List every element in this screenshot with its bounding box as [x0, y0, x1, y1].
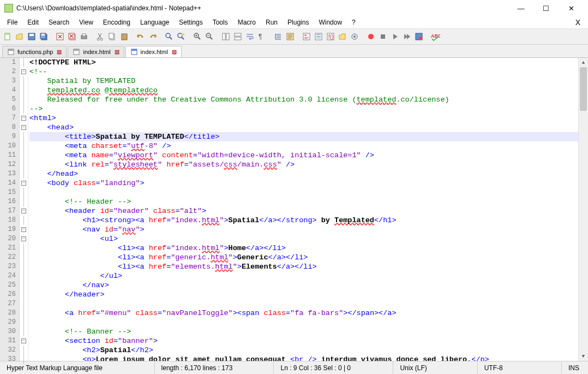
code-line[interactable]: <!DOCTYPE HTML> [29, 58, 578, 67]
code-line[interactable] [29, 188, 578, 197]
menu-language[interactable]: Language [135, 17, 174, 27]
code-line[interactable]: --> [29, 104, 578, 114]
zoom-in-button[interactable] [192, 31, 203, 42]
code-line[interactable]: <meta name="viewport" content="width=dev… [29, 151, 578, 160]
tab-close-icon[interactable]: ⊠ [115, 49, 119, 56]
status-mode[interactable]: INS [562, 361, 588, 374]
fold-toggle-icon[interactable]: − [21, 116, 26, 121]
code-line[interactable] [29, 318, 578, 327]
menu-macro[interactable]: Macro [233, 17, 261, 27]
menu-edit[interactable]: Edit [22, 17, 44, 27]
copy-button[interactable] [107, 31, 118, 42]
code-line[interactable]: </head> [29, 169, 578, 179]
zoom-out-button[interactable] [204, 31, 215, 42]
replace-button[interactable] [176, 31, 187, 42]
code-line[interactable]: <section id="banner"> [29, 336, 578, 346]
code-line[interactable]: <!-- [29, 67, 578, 76]
doc-map-button[interactable] [301, 31, 312, 42]
minimize-button[interactable]: ― [508, 0, 533, 16]
play-multi-button[interactable] [401, 31, 412, 42]
code-line[interactable]: </ul> [29, 271, 578, 281]
close-file-button[interactable] [55, 31, 65, 42]
spellcheck-button[interactable]: ABC [430, 31, 441, 42]
fold-toggle-icon[interactable]: − [21, 236, 26, 241]
code-line[interactable]: <!-- Banner --> [29, 327, 578, 336]
code-line[interactable]: <li><a href="elements.html">Elements</a>… [29, 262, 578, 271]
scroll-down-icon[interactable]: ▼ [579, 352, 588, 361]
code-line[interactable]: <link rel="stylesheet" href="assets/css/… [29, 160, 578, 169]
code-line[interactable]: <nav id="nav"> [29, 225, 578, 234]
sync-v-button[interactable] [220, 31, 231, 42]
code-line[interactable]: <li><a href="generic.html">Generic</a></… [29, 253, 578, 262]
monitor-button[interactable] [349, 31, 360, 42]
udl-button[interactable] [285, 31, 296, 42]
stop-macro-button[interactable] [377, 31, 388, 42]
close-all-button[interactable] [67, 31, 77, 42]
code-line[interactable]: <ul> [29, 234, 578, 244]
save-all-button[interactable] [38, 31, 49, 42]
fold-toggle-icon[interactable]: − [21, 209, 26, 213]
save-button[interactable] [26, 31, 37, 42]
tab-close-icon[interactable]: ⊠ [57, 49, 62, 56]
maximize-button[interactable]: ☐ [533, 0, 559, 16]
doc-list-button[interactable] [313, 31, 324, 42]
file-tab[interactable]: index.html⊠ [125, 46, 182, 57]
status-eol[interactable]: Unix (LF) [393, 361, 477, 374]
record-macro-button[interactable] [365, 31, 376, 42]
code-line[interactable]: <p>Lorem ipsum dolor sit amet nullam con… [29, 355, 578, 361]
code-line[interactable]: <header id="header" class="alt"> [29, 206, 578, 216]
cut-button[interactable] [95, 31, 106, 42]
vertical-scrollbar[interactable]: ▲ ▼ [578, 58, 588, 361]
code-line[interactable]: <html> [29, 114, 578, 123]
scroll-up-icon[interactable]: ▲ [579, 58, 588, 67]
code-line[interactable] [29, 299, 578, 308]
code-line[interactable]: <head> [29, 123, 578, 132]
code-line[interactable]: <li><a href="index.html">Home</a></li> [29, 244, 578, 253]
paste-button[interactable] [119, 31, 130, 42]
show-all-chars-button[interactable]: ¶ [256, 31, 267, 42]
menu-run[interactable]: Run [261, 17, 283, 27]
indent-guide-button[interactable] [273, 31, 284, 42]
redo-button[interactable] [147, 31, 158, 42]
code-line[interactable]: </nav> [29, 281, 578, 290]
fold-gutter[interactable]: −−−−−−−− [20, 58, 28, 361]
menu-search[interactable]: Search [44, 17, 74, 27]
code-line[interactable]: <title>Spatial by TEMPLATED</title> [29, 132, 578, 141]
find-button[interactable] [164, 31, 175, 42]
menu-window[interactable]: Window [314, 17, 347, 27]
code-line[interactable]: Spatial by TEMPLATED [29, 76, 578, 86]
menu-file[interactable]: File [2, 17, 22, 27]
file-tab[interactable]: functions.php⊠ [2, 46, 67, 57]
fold-toggle-icon[interactable]: − [21, 69, 26, 74]
tab-close-icon[interactable]: ⊠ [172, 49, 177, 56]
code-line[interactable]: <h2>Spatial</h2> [29, 346, 578, 355]
menu-help[interactable]: ? [347, 17, 361, 27]
func-list-button[interactable]: f() [325, 31, 336, 42]
code-line[interactable]: <meta charset="utf-8" /> [29, 141, 578, 151]
menubar-close-button[interactable]: X [571, 17, 586, 28]
fold-toggle-icon[interactable]: − [21, 181, 26, 186]
fold-toggle-icon[interactable]: − [21, 227, 26, 232]
status-encoding[interactable]: UTF-8 [478, 361, 562, 374]
scrollbar-thumb[interactable] [580, 67, 587, 111]
code-area[interactable]: <!DOCTYPE HTML><!-- Spatial by TEMPLATED… [28, 58, 578, 361]
menu-plugins[interactable]: Plugins [283, 17, 314, 27]
play-macro-button[interactable] [389, 31, 400, 42]
menu-tools[interactable]: Tools [208, 17, 233, 27]
folder-workspace-button[interactable] [337, 31, 348, 42]
code-line[interactable]: <body class="landing"> [29, 179, 578, 188]
sync-h-button[interactable] [232, 31, 243, 42]
code-editor[interactable]: 1234567891011121314151617181920212223242… [0, 58, 588, 361]
file-tab[interactable]: index.html⊠ [68, 46, 124, 57]
code-line[interactable]: </header> [29, 290, 578, 299]
save-macro-button[interactable] [413, 31, 424, 42]
undo-button[interactable] [135, 31, 146, 42]
fold-toggle-icon[interactable]: − [21, 339, 26, 343]
code-line[interactable]: templated.co @templatedco [29, 86, 578, 95]
print-button[interactable] [79, 31, 89, 42]
menu-encoding[interactable]: Encoding [98, 17, 135, 27]
close-button[interactable]: ✕ [559, 0, 584, 16]
code-line[interactable]: <a href="#menu" class="navPanelToggle"><… [29, 308, 578, 318]
wordwrap-button[interactable] [244, 31, 255, 42]
menu-settings[interactable]: Settings [174, 17, 207, 27]
